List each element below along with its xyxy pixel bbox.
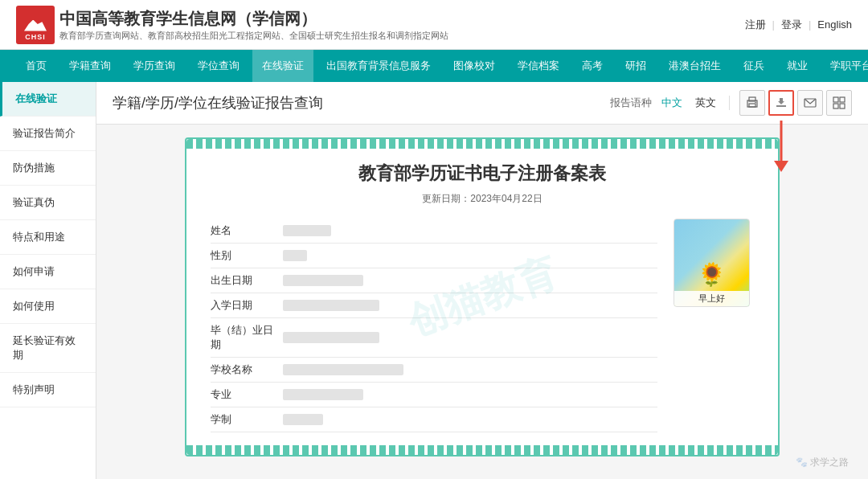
field-label-edu-sys: 学制 <box>211 412 283 427</box>
main-header: 学籍/学历/学位在线验证报告查询 报告语种 中文 英文 <box>96 82 868 125</box>
nav-abroad[interactable]: 出国教育背景信息服务 <box>317 50 440 82</box>
download-icon-btn[interactable] <box>768 90 794 116</box>
sidebar-item-verify-real[interactable]: 验证真伪 <box>0 186 96 220</box>
nav-gangao[interactable]: 港澳台招生 <box>659 50 731 82</box>
cert-body: 姓名 性别 出生日期 入学日期 <box>211 219 754 432</box>
cert-photo-area: 🌻 早上好 <box>674 219 754 432</box>
nav-xueli[interactable]: 学历查询 <box>124 50 185 82</box>
nav-xuewei[interactable]: 学位查询 <box>188 50 249 82</box>
photo-placeholder: 🌻 早上好 <box>674 219 750 307</box>
certificate: 创猫教育 教育部学历证书电子注册备案表 更新日期：2023年04月22日 姓名 … <box>185 137 780 456</box>
print-icon-btn[interactable] <box>739 90 765 116</box>
lang-en-btn[interactable]: 英文 <box>692 94 719 112</box>
logo-subtitle: 教育部学历查询网站、教育部高校招生阳光工程指定网站、全国硕士研究生招生报名和调剂… <box>59 30 448 42</box>
sidebar-item-verify[interactable]: 在线验证 <box>0 82 96 117</box>
flower-emoji: 🌻 <box>698 261 726 288</box>
field-major: 专业 <box>211 383 657 407</box>
divider2: | <box>809 18 811 31</box>
nav-gaokao[interactable]: 高考 <box>572 50 612 82</box>
register-link[interactable]: 注册 <box>745 18 766 32</box>
cert-title: 教育部学历证书电子注册备案表 <box>211 162 754 186</box>
nav-archive[interactable]: 学信档案 <box>508 50 569 82</box>
nav-platform[interactable]: 学职平台 <box>821 50 868 82</box>
svg-rect-8 <box>840 97 845 102</box>
nav-xuji[interactable]: 学籍查询 <box>59 50 121 82</box>
email-icon-btn[interactable] <box>797 90 823 116</box>
sidebar-item-features[interactable]: 特点和用途 <box>0 220 96 255</box>
bottom-watermark: 🐾 求学之路 <box>796 456 849 469</box>
nav-jiuye[interactable]: 就业 <box>777 50 817 82</box>
english-link[interactable]: English <box>817 18 852 31</box>
field-label-name: 姓名 <box>211 223 283 238</box>
nav-bar: 首页 学籍查询 学历查询 学位查询 在线验证 出国教育背景信息服务 图像校对 学… <box>0 50 868 82</box>
share-icon <box>833 96 845 109</box>
bird-icon <box>24 20 47 31</box>
field-value-name <box>283 225 331 236</box>
main-content: 学籍/学历/学位在线验证报告查询 报告语种 中文 英文 <box>96 82 868 479</box>
field-label-enroll: 入学日期 <box>211 298 283 313</box>
svg-rect-10 <box>840 104 845 108</box>
field-birth: 出生日期 <box>211 268 657 293</box>
cert-wavy-bottom <box>186 445 778 455</box>
nav-zhengbing[interactable]: 征兵 <box>734 50 774 82</box>
field-label-major: 专业 <box>211 387 283 402</box>
sidebar-item-disclaimer[interactable]: 特别声明 <box>0 373 96 407</box>
header-right: 注册 | 登录 | English <box>745 18 852 32</box>
field-value-birth <box>283 275 363 286</box>
cert-wavy-top <box>186 139 778 149</box>
field-gender: 性别 <box>211 244 657 268</box>
field-value-gender <box>283 250 307 261</box>
print-icon <box>746 96 759 109</box>
download-icon <box>775 96 788 109</box>
page-title: 学籍/学历/学位在线验证报告查询 <box>113 93 323 113</box>
svg-rect-4 <box>776 105 786 107</box>
field-value-edu-sys <box>283 414 323 425</box>
main-actions: 报告语种 中文 英文 <box>610 90 852 116</box>
nav-yanzhao[interactable]: 研招 <box>616 50 656 82</box>
logo-icon: CHSI <box>16 6 55 44</box>
lang-cn-btn[interactable]: 中文 <box>658 94 686 112</box>
field-value-enroll <box>283 300 379 311</box>
field-label-gender: 性别 <box>211 248 283 263</box>
certificate-area: 创猫教育 教育部学历证书电子注册备案表 更新日期：2023年04月22日 姓名 … <box>96 125 868 469</box>
login-link[interactable]: 登录 <box>781 18 802 32</box>
action-icons <box>739 90 852 116</box>
field-enroll: 入学日期 <box>211 293 657 318</box>
field-label-school: 学校名称 <box>211 362 283 377</box>
svg-rect-7 <box>833 97 838 102</box>
sidebar-item-how-use[interactable]: 如何使用 <box>0 289 96 324</box>
sidebar-item-extend[interactable]: 延长验证有效期 <box>0 324 96 373</box>
red-arrow-shaft <box>780 121 783 161</box>
field-label-grad: 毕（结）业日期 <box>211 323 283 352</box>
content-wrapper: 在线验证 验证报告简介 防伪措施 验证真伪 特点和用途 如何申请 如何使用 延长… <box>0 82 868 479</box>
email-icon <box>804 96 817 109</box>
svg-rect-9 <box>833 104 838 108</box>
nav-image[interactable]: 图像校对 <box>444 50 505 82</box>
field-school: 学校名称 <box>211 358 657 383</box>
divider: | <box>772 18 775 31</box>
sidebar-item-intro[interactable]: 验证报告简介 <box>0 117 96 151</box>
lang-label: 报告语种 <box>610 96 652 110</box>
field-edu-sys: 学制 <box>211 407 657 432</box>
field-value-school <box>283 364 403 375</box>
svg-marker-5 <box>778 98 784 104</box>
share-icon-btn[interactable] <box>826 90 852 116</box>
field-name: 姓名 <box>211 219 657 244</box>
chsi-label: CHSI <box>25 33 46 41</box>
red-arrow-head <box>774 161 788 172</box>
sidebar-item-anti-fake[interactable]: 防伪措施 <box>0 151 96 186</box>
nav-verify[interactable]: 在线验证 <box>252 50 313 82</box>
header: CHSI 中国高等教育学生信息网（学信网） 教育部学历查询网站、教育部高校招生阳… <box>0 0 868 50</box>
separator <box>729 96 730 110</box>
logo-area: CHSI 中国高等教育学生信息网（学信网） 教育部学历查询网站、教育部高校招生阳… <box>16 6 448 44</box>
sidebar-item-how-apply[interactable]: 如何申请 <box>0 255 96 289</box>
photo-text: 早上好 <box>674 291 749 306</box>
logo-text-area: 中国高等教育学生信息网（学信网） 教育部学历查询网站、教育部高校招生阳光工程指定… <box>59 8 448 42</box>
field-grad: 毕（结）业日期 <box>211 318 657 358</box>
field-value-grad <box>283 332 379 343</box>
logo-title: 中国高等教育学生信息网（学信网） <box>59 8 448 30</box>
nav-home[interactable]: 首页 <box>16 50 56 82</box>
cert-fields: 姓名 性别 出生日期 入学日期 <box>211 219 657 432</box>
sidebar: 在线验证 验证报告简介 防伪措施 验证真伪 特点和用途 如何申请 如何使用 延长… <box>0 82 96 479</box>
svg-point-3 <box>755 102 756 104</box>
